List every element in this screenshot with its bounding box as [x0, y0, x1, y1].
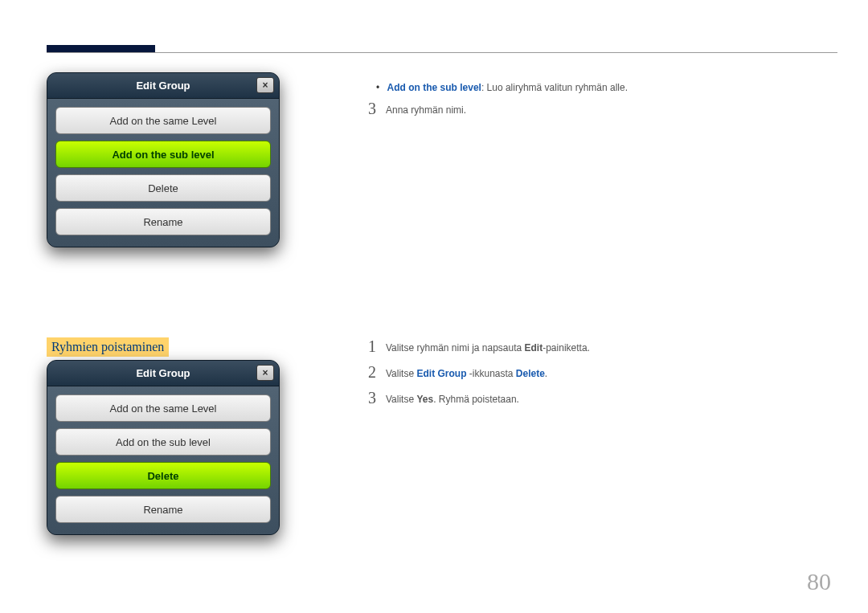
page-number: 80: [807, 568, 831, 595]
step-number: 3: [368, 100, 376, 118]
step-text: Valitse ryhmän nimi ja napsauta Edit-pai…: [386, 342, 590, 353]
bullet-dot-icon: •: [376, 82, 379, 93]
step-number: 1: [368, 337, 376, 356]
step-number: 2: [368, 363, 376, 382]
dialog-title: Edit Group: [136, 80, 190, 92]
add-sub-level-button[interactable]: Add on the sub level: [55, 428, 271, 456]
step-text: Anna ryhmän nimi.: [386, 104, 466, 116]
section-heading: Ryhmien poistaminen: [47, 337, 169, 357]
dialog-body: Add on the same Level Add on the sub lev…: [47, 386, 279, 534]
header-rule: [47, 52, 837, 53]
close-icon[interactable]: ×: [256, 365, 274, 381]
edit-group-dialog-1: Edit Group × Add on the same Level Add o…: [47, 72, 280, 247]
rename-button[interactable]: Rename: [55, 496, 271, 523]
add-same-level-button[interactable]: Add on the same Level: [55, 394, 271, 422]
bullet-add-sub-level: • Add on the sub level: Luo aliryhmä val…: [376, 82, 628, 93]
close-icon[interactable]: ×: [256, 77, 274, 93]
add-sub-level-button[interactable]: Add on the sub level: [55, 141, 271, 168]
rename-button[interactable]: Rename: [55, 208, 271, 235]
delete-button[interactable]: Delete: [55, 462, 271, 489]
delete-button[interactable]: Delete: [55, 174, 271, 202]
edit-group-dialog-2: Edit Group × Add on the same Level Add o…: [47, 360, 280, 535]
add-same-level-button[interactable]: Add on the same Level: [55, 107, 271, 134]
dialog-body: Add on the same Level Add on the sub lev…: [47, 99, 279, 247]
dialog-title: Edit Group: [136, 367, 190, 379]
step-number: 3: [368, 389, 376, 407]
step-text: Valitse Yes. Ryhmä poistetaan.: [386, 394, 519, 405]
dialog-titlebar: Edit Group ×: [47, 73, 279, 99]
step-text: Valitse Edit Group -ikkunasta Delete.: [386, 368, 547, 379]
dialog-titlebar: Edit Group ×: [47, 361, 279, 386]
